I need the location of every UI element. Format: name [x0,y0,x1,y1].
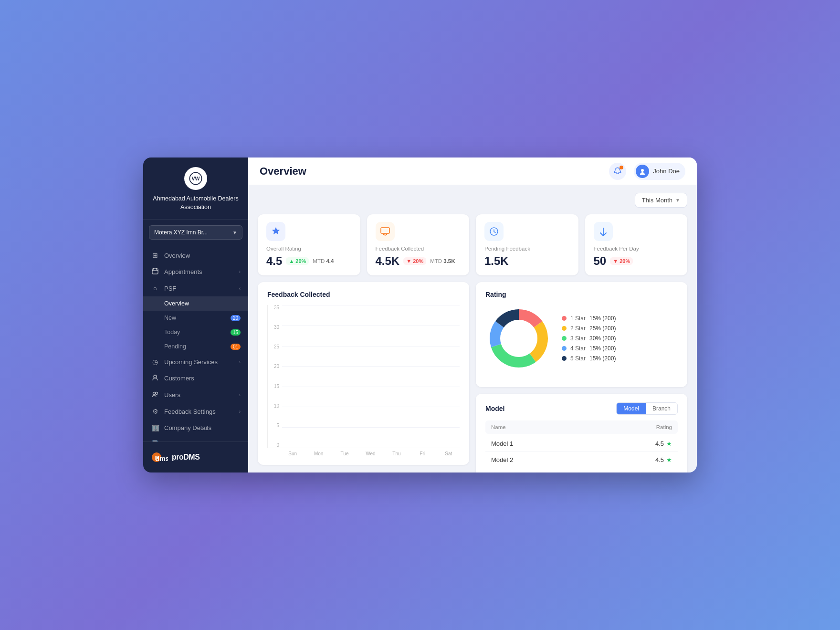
appointments-arrow-icon: › [239,269,241,274]
sidebar-item-customers[interactable]: Customers [143,370,248,387]
svg-point-12 [641,169,644,172]
pending-feedback-value: 1.5K [484,254,509,268]
psf-pending-badge: 01 [231,344,241,350]
page-title: Overview [260,165,306,178]
company-icon: 🏢 [151,424,159,431]
sidebar-item-label: Overview [164,252,241,259]
feedback-per-day-label: Feedback Per Day [594,246,679,252]
app-container: VW Ahmedabad Automobile Dealers Associat… [143,158,697,472]
rating-title: Rating [485,291,678,298]
feedback-per-day-value: 50 [594,254,607,268]
users-icon [151,391,159,399]
model-card: Model Model Branch Name Rating Model 1 [476,394,687,472]
bottom-section: Feedback Collected 35 30 25 20 15 10 [258,282,687,465]
feedback-collected-badge: ▼ 20% [403,257,426,265]
model-title: Model [485,405,504,412]
donut-section: 1 Star 15% (200) 2 Star 25% (200) [485,305,678,372]
legend-dot-4star [562,346,567,351]
overall-rating-icon [266,222,285,241]
billing-icon: 📄 [151,440,159,441]
sidebar-item-psf-today[interactable]: Today 15 [143,325,248,339]
psf-new-badge: 20 [231,315,241,321]
table-row: Model 3 4.5 ★ [485,468,678,472]
star-icon: ★ [666,440,672,447]
sidebar: VW Ahmedabad Automobile Dealers Associat… [143,158,248,472]
psf-today-badge: 15 [231,329,241,336]
donut-chart [485,305,552,372]
feedback-settings-arrow-icon: › [239,409,241,414]
sidebar-item-overview[interactable]: ⊞ Overview [143,247,248,263]
pending-feedback-icon [484,222,504,241]
top-bar: Overview John Doe [248,158,697,185]
svg-rect-13 [381,228,389,233]
feedback-collected-mtd: MTD 3.5K [430,258,455,264]
table-header: Name Rating [485,420,678,434]
sidebar-item-label: Upcoming Services [164,358,239,366]
legend-dot-1star [562,316,567,321]
sidebar-item-users[interactable]: Users › [143,387,248,403]
rating-card: Rating [476,282,687,387]
sidebar-item-feedback-settings[interactable]: ⚙ Feedback Settings › [143,403,248,420]
sidebar-logo: VW Ahmedabad Automobile Dealers Associat… [143,158,248,220]
bar-chart: 35 30 25 20 15 10 5 0 [267,305,460,448]
grid-lines [282,305,460,448]
sidebar-item-psf-new[interactable]: New 20 [143,311,248,325]
sidebar-item-upcoming-services[interactable]: ◷ Upcoming Services › [143,354,248,370]
stat-card-feedback-per-day: Feedback Per Day 50 ▼ 20% [585,214,688,275]
nav-items: ⊞ Overview Appointments › ○ PSF ‹ Overvi… [143,245,248,441]
feedback-collected-label: Feedback Collected [376,246,461,252]
svg-text:dms: dms [156,455,168,462]
sidebar-item-billing-details[interactable]: 📄 Billing Details [143,436,248,441]
chart-title: Feedback Collected [267,291,460,298]
tab-branch[interactable]: Branch [646,403,677,414]
svg-point-8 [156,392,158,395]
svg-rect-2 [152,269,158,274]
col-rating: Rating [656,424,672,430]
user-name: John Doe [653,168,680,175]
chart-card: Feedback Collected 35 30 25 20 15 10 [258,282,469,465]
upcoming-arrow-icon: › [239,359,241,365]
sidebar-item-psf[interactable]: ○ PSF ‹ [143,280,248,296]
overall-rating-mtd: MTD 4.4 [313,258,334,264]
filter-chevron-icon: ▼ [675,198,680,203]
sidebar-item-psf-overview[interactable]: Overview [143,296,248,311]
avatar [636,165,649,178]
overview-icon: ⊞ [151,252,159,259]
branch-selector[interactable]: Motera XYZ Imn Br... ▼ [149,225,242,240]
notification-button[interactable] [609,163,626,180]
star-icon: ★ [666,456,672,463]
sidebar-item-label: Users [164,391,239,399]
sidebar-item-company-details[interactable]: 🏢 Company Details [143,420,248,436]
sidebar-item-label: Feedback Settings [164,408,239,415]
rating-legend: 1 Star 15% (200) 2 Star 25% (200) [562,315,616,362]
filter-row: This Month ▼ [258,193,687,208]
sidebar-item-label: Customers [164,375,241,382]
sidebar-item-psf-pending[interactable]: Pending 01 [143,339,248,354]
user-chip[interactable]: John Doe [634,163,685,180]
tab-model[interactable]: Model [617,403,646,414]
col-name: Name [491,424,506,430]
feedback-collected-value: 4.5K [376,254,400,268]
sidebar-footer: p dms proDMS [143,441,248,472]
feedback-per-day-icon [594,222,613,241]
upcoming-icon: ◷ [151,358,159,366]
y-axis: 35 30 25 20 15 10 5 0 [268,305,281,448]
svg-text:VW: VW [192,176,200,181]
this-month-filter[interactable]: This Month ▼ [635,193,687,208]
sidebar-item-appointments[interactable]: Appointments › [143,263,248,280]
sidebar-item-label: PSF [164,285,239,292]
company-name: Ahmedabad Automobile Dealers Association [151,195,241,211]
top-bar-right: John Doe [609,163,685,180]
main-content: Overview John Doe [248,158,697,472]
pending-feedback-label: Pending Feedback [484,246,570,252]
stat-card-pending-feedback: Pending Feedback 1.5K [476,214,578,275]
feedback-per-day-badge: ▼ 20% [610,257,633,265]
content-area: This Month ▼ Overall Rating 4.5 ▲ 20% MT… [248,185,697,472]
vw-logo-icon: VW [184,167,207,190]
stat-cards: Overall Rating 4.5 ▲ 20% MTD 4.4 Feedbac… [258,214,687,275]
table-row: Model 1 4.5 ★ [485,436,678,452]
svg-point-7 [153,392,156,395]
overall-rating-value: 4.5 [266,254,282,268]
branch-chevron-icon: ▼ [232,230,237,235]
feedback-collected-icon [376,222,395,241]
